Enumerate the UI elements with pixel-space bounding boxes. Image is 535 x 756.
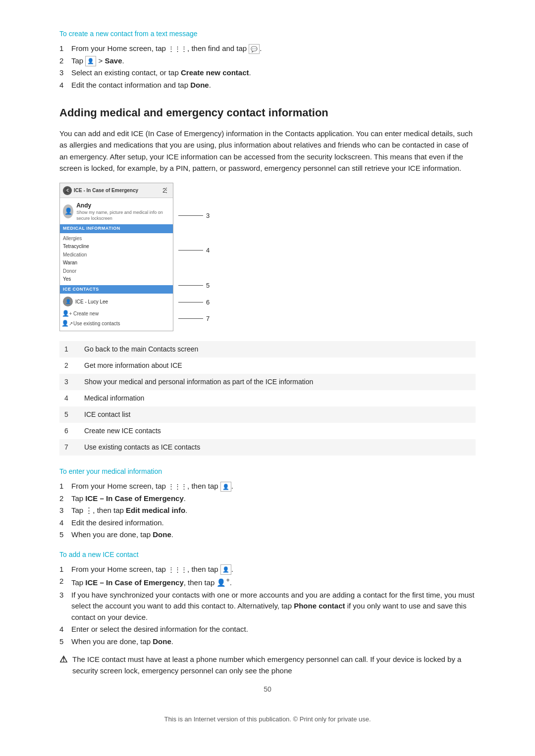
medical-info-section: To enter your medical information 1 From… xyxy=(59,466,476,541)
legend-num-6: 6 xyxy=(59,423,79,439)
ice-step-1: 1 From your Home screen, tap ⋮⋮⋮, then t… xyxy=(59,564,476,575)
main-title: Adding medical and emergency contact inf… xyxy=(59,104,476,121)
existing-person-icon: 👤↗ xyxy=(63,319,71,327)
phone-create-label: Create new xyxy=(73,310,99,317)
legend-num-1: 1 xyxy=(59,341,79,357)
message-icon: 💬 xyxy=(249,44,260,54)
legend-row-7: 7 Use existing contacts as ICE contacts xyxy=(59,439,476,455)
phone-medication-label: Medication xyxy=(60,251,173,259)
legend-num-2: 2 xyxy=(59,357,79,374)
apps-icon: ⋮⋮⋮ xyxy=(168,44,187,54)
phone-donor-value: Yes xyxy=(60,275,173,283)
legend-row-6: 6 Create new ICE contacts xyxy=(59,423,476,439)
apps-icon-3: ⋮⋮⋮ xyxy=(168,565,187,575)
phone-bar-label: ICE - In Case of Emergency xyxy=(74,187,138,194)
phone-profile-name: Andy xyxy=(76,201,170,210)
phone-create-row: 👤+ Create new xyxy=(60,308,173,318)
phone-donor-label: Donor xyxy=(60,267,173,275)
phone-allergies-label: Allergies xyxy=(60,234,173,243)
phone-allergies-value: Tetracycline xyxy=(60,243,173,251)
note-block: ⚠ The ICE contact must have at least a p… xyxy=(59,654,476,676)
note-text: The ICE contact must have at least a pho… xyxy=(72,654,476,676)
phone-ice-label: ICE CONTACTS xyxy=(60,285,173,294)
person-icon: 👤 xyxy=(85,56,96,66)
page-number: 50 xyxy=(59,684,476,695)
apps-icon-2: ⋮⋮⋮ xyxy=(168,482,187,492)
medical-step-5: 5 When you are done, tap Done. xyxy=(59,529,476,541)
top-step-2: 2 Tap 👤 > Save. xyxy=(59,55,476,67)
phone-top-bar: < ICE - In Case of Emergency ⋮ xyxy=(60,183,173,198)
exclamation-icon: ⚠ xyxy=(59,654,67,665)
medical-heading: To enter your medical information xyxy=(59,466,476,477)
legend-text-2: Get more information about ICE xyxy=(79,357,476,374)
callout-label-1: 1 xyxy=(64,186,68,196)
medical-step-1: 1 From your Home screen, tap ⋮⋮⋮, then t… xyxy=(59,481,476,492)
callout-7: 7 xyxy=(178,314,210,324)
diagram-section: < ICE - In Case of Emergency ⋮ 👤 Andy Sh… xyxy=(59,183,476,331)
legend-row-5: 5 ICE contact list xyxy=(59,406,476,423)
phone-profile-sub: Show my name, picture and medical info o… xyxy=(76,210,170,221)
legend-row-4: 4 Medical information xyxy=(59,390,476,406)
ice-contact-heading: To add a new ICE contact xyxy=(59,550,476,560)
main-body-text: You can add and edit ICE (In Case of Eme… xyxy=(59,128,476,174)
top-steps-list: 1 From your Home screen, tap ⋮⋮⋮, then f… xyxy=(59,43,476,91)
phone-use-existing-label: Use existing contacts xyxy=(73,320,120,327)
phone-profile-row: 👤 Andy Show my name, picture and medical… xyxy=(60,198,173,222)
ice-step-3: 3 If you have synchronized your contacts… xyxy=(59,590,476,623)
ice-contact-section: To add a new ICE contact 1 From your Hom… xyxy=(59,550,476,677)
legend-num-4: 4 xyxy=(59,390,79,406)
phone-ice-contact-row: 👤 ICE - Lucy Lee xyxy=(60,295,173,308)
ice-step-5: 5 When you are done, tap Done. xyxy=(59,636,476,648)
legend-row-2: 2 Get more information about ICE xyxy=(59,357,476,374)
page-footer: This is an Internet version of this publ… xyxy=(59,714,476,724)
medical-step-3: 3 Tap ⋮, then tap Edit medical info. xyxy=(59,505,476,516)
top-step-1: 1 From your Home screen, tap ⋮⋮⋮, then f… xyxy=(59,43,476,54)
phone-medication-value: Waran xyxy=(60,259,173,267)
callout-6: 6 xyxy=(178,298,210,307)
legend-text-1: Go back to the main Contacts screen xyxy=(79,341,476,357)
legend-row-1: 1 Go back to the main Contacts screen xyxy=(59,341,476,357)
callout-label-2: 2 xyxy=(162,186,166,196)
contacts-icon-2: 👤 xyxy=(220,564,231,575)
callout-5: 5 xyxy=(178,281,210,291)
phone-avatar: 👤 xyxy=(63,204,73,218)
legend-num-3: 3 xyxy=(59,374,79,390)
legend-row-3: 3 Show your medical and personal informa… xyxy=(59,374,476,390)
top-step-4: 4 Edit the contact information and tap D… xyxy=(59,80,476,91)
phone-use-existing-row: 👤↗ Use existing contacts xyxy=(60,318,173,328)
ice-step-2: 2 Tap ICE – In Case of Emergency, then t… xyxy=(59,576,476,589)
legend-num-5: 5 xyxy=(59,406,79,423)
phone-screen: < ICE - In Case of Emergency ⋮ 👤 Andy Sh… xyxy=(59,183,173,331)
contacts-icon: 👤 xyxy=(220,482,231,492)
medical-step-2: 2 Tap ICE – In Case of Emergency. xyxy=(59,493,476,504)
top-heading: To create a new contact from a text mess… xyxy=(59,29,476,39)
phone-ice-contact-name: ICE - Lucy Lee xyxy=(75,298,108,305)
legend-text-7: Use existing contacts as ICE contacts xyxy=(79,439,476,455)
diagram-callout-list: 3 4 5 6 7 xyxy=(173,210,210,325)
legend-text-6: Create new ICE contacts xyxy=(79,423,476,439)
phone-medical-label: MEDICAL INFORMATION xyxy=(60,224,173,233)
top-step-3: 3 Select an existing contact, or tap Cre… xyxy=(59,67,476,79)
legend-table: 1 Go back to the main Contacts screen 2 … xyxy=(59,341,476,455)
phone-mockup: < ICE - In Case of Emergency ⋮ 👤 Andy Sh… xyxy=(59,183,173,331)
medical-steps-list: 1 From your Home screen, tap ⋮⋮⋮, then t… xyxy=(59,481,476,541)
ice-step-4: 4 Enter or select the desired informatio… xyxy=(59,624,476,635)
legend-text-4: Medical information xyxy=(79,390,476,406)
phone-ice-avatar: 👤 xyxy=(63,297,73,306)
callout-3: 3 xyxy=(178,211,210,221)
top-section: To create a new contact from a text mess… xyxy=(59,29,476,91)
create-person-icon: 👤+ xyxy=(63,309,71,317)
legend-text-3: Show your medical and personal informati… xyxy=(79,374,476,390)
callout-4: 4 xyxy=(178,246,210,255)
legend-num-7: 7 xyxy=(59,439,79,455)
ice-steps-list: 1 From your Home screen, tap ⋮⋮⋮, then t… xyxy=(59,564,476,648)
medical-step-4: 4 Edit the desired information. xyxy=(59,517,476,529)
legend-text-5: ICE contact list xyxy=(79,406,476,423)
